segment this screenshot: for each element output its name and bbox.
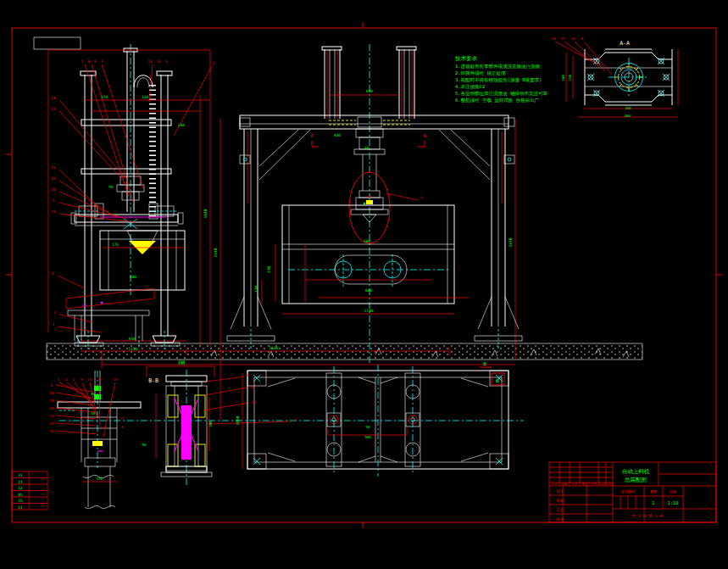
dim-label: 30 <box>50 391 54 395</box>
dim-label: 1640 <box>203 209 208 218</box>
cad-drawing-canvas: 技术要求 1.进场前所有零部件须清洗去除油污杂物 2.焊接件须经 校正处理 3.… <box>0 0 728 569</box>
dim-label: 120 <box>142 95 148 99</box>
dim-label: 260 <box>561 75 565 81</box>
notes-title: 技术要求 <box>454 55 478 62</box>
dim-label: 17 <box>120 416 125 421</box>
tb-sheets: 共 1 张 第 1 张 <box>632 514 664 518</box>
dim-label: 6 <box>294 418 297 422</box>
tb-header-doc: 更改文件号 <box>581 482 597 486</box>
note-line: 3.装配时不得有锈蚀损伤(涂漆 B级要求) <box>455 77 542 83</box>
dim-label: 31 <box>50 429 54 433</box>
dim-label: 2 <box>213 61 215 65</box>
dim-label: 18 <box>571 36 575 41</box>
note-line: 5.各运动部位加注润滑油 确保动作灵活可靠 <box>455 91 547 97</box>
dim-label: 14 <box>88 377 92 382</box>
dim-label: 650 <box>129 337 136 341</box>
tb-row-design: 设计 <box>556 488 564 494</box>
corner-cell: 15 <box>18 499 23 503</box>
tb-scale-value: 1:10 <box>667 500 678 505</box>
dim-label: 370 <box>267 266 271 273</box>
dim-label: 21 <box>50 421 54 426</box>
dim-label: 1740 <box>364 309 374 313</box>
dim-label: 22 <box>51 165 56 170</box>
dim-label: 600 <box>365 288 372 293</box>
dim-label: 1080 <box>236 416 240 425</box>
tb-header-zone: 分区 <box>572 483 579 486</box>
dim-label: 590 <box>178 361 185 365</box>
dim-label: A <box>310 132 314 138</box>
dim-label: 5 <box>53 198 55 203</box>
tb-header-sign: 签名 <box>599 483 605 486</box>
note-line: 6.整机须经 空载 运转试验 合格后出厂 <box>455 98 540 103</box>
tb-row-process: 工艺 <box>556 507 564 512</box>
dim-label: 370 <box>101 95 108 99</box>
dim-label: 3 <box>52 271 54 276</box>
dim-label: 24 <box>51 96 56 100</box>
dim-label: 9 <box>94 59 97 64</box>
dim-label: 340 <box>625 106 631 110</box>
dim-label: 3 <box>420 196 423 200</box>
tb-header-mark: 标记 <box>551 483 559 486</box>
dim-label: 680 <box>130 275 136 279</box>
dim-label: A <box>423 132 426 138</box>
dim-label: 1 <box>81 59 84 64</box>
dim-label: 28 <box>50 399 54 403</box>
dim-label: 50 <box>142 443 147 447</box>
dim-label: 690 <box>366 89 373 93</box>
dim-label: 21 <box>51 176 56 181</box>
dim-label: 13 <box>147 59 153 64</box>
dim-label: 40 <box>92 411 96 416</box>
dim-label: 400 <box>624 114 631 118</box>
dim-label: 11 <box>51 209 56 214</box>
dim-label: A-A <box>620 40 630 47</box>
dim-label: 60 <box>364 146 370 150</box>
dim-label: 16 <box>552 36 556 41</box>
dim-label: 95 <box>108 185 114 189</box>
dim-label: 260 <box>178 123 185 127</box>
dim-label: 90 <box>366 425 370 429</box>
corner-cell: 12 <box>18 486 23 490</box>
dim-label: 990 <box>364 435 371 439</box>
tb-header-count: 处数 <box>562 482 569 486</box>
dim-label: 11 <box>249 385 254 389</box>
corner-cell: 11 <box>18 505 23 510</box>
dim-label: 2440 <box>214 248 218 257</box>
dim-label: 10 <box>97 377 102 382</box>
dim-label: 20 <box>51 187 56 192</box>
dim-label: 130 <box>254 286 258 293</box>
corner-cell: 05 <box>18 493 23 497</box>
dim-label: 430 <box>334 133 341 137</box>
dim-label: 26 <box>50 406 54 410</box>
dim-label: 19 <box>114 377 118 382</box>
dim-label: 1 <box>53 322 55 326</box>
sheet-background <box>0 0 728 569</box>
cad-drawing: 技术要求 1.进场前所有零部件须清洗去除油污杂物 2.焊接件须经 校正处理 3.… <box>0 0 728 569</box>
note-line: 2.焊接件须经 校正处理 <box>455 70 506 76</box>
drawing-title-line2: 总装配图 <box>624 477 647 483</box>
dim-label: 5 <box>165 59 168 64</box>
dim-label: 1500 <box>270 346 279 350</box>
dim-label: 175 <box>112 243 119 247</box>
dim-label: 13 <box>251 400 256 404</box>
dim-label: 560 <box>364 239 370 243</box>
dim-label: 15 <box>561 36 565 41</box>
dim-label: 220 <box>568 75 572 81</box>
note-line: 1.进场前所有零部件须清洗去除油污杂物 <box>455 64 540 70</box>
tb-row-approve: 批准 <box>555 517 564 522</box>
dim-label: 60 <box>92 392 96 396</box>
dim-label: 170 <box>96 477 103 481</box>
tb-header-date: 年月日 <box>605 483 614 486</box>
dim-label: 23 <box>51 107 56 111</box>
tb-row-check: 审核 <box>556 499 564 503</box>
corner-cell: 11 <box>18 480 23 484</box>
note-line: 4.未注倒角C2 <box>455 84 485 90</box>
corner-cell: 31 <box>18 473 23 477</box>
dim-label: 4 <box>247 373 249 377</box>
dim-label: 7 <box>101 59 103 64</box>
dim-label: 12 <box>156 59 161 64</box>
tb-weight-label: 重量 <box>649 489 657 494</box>
dim-label: B-B <box>148 377 158 384</box>
dim-label: 2 <box>54 310 57 315</box>
dim-label: 1150 <box>129 347 138 351</box>
tb-weight-value: 1 <box>652 500 654 505</box>
